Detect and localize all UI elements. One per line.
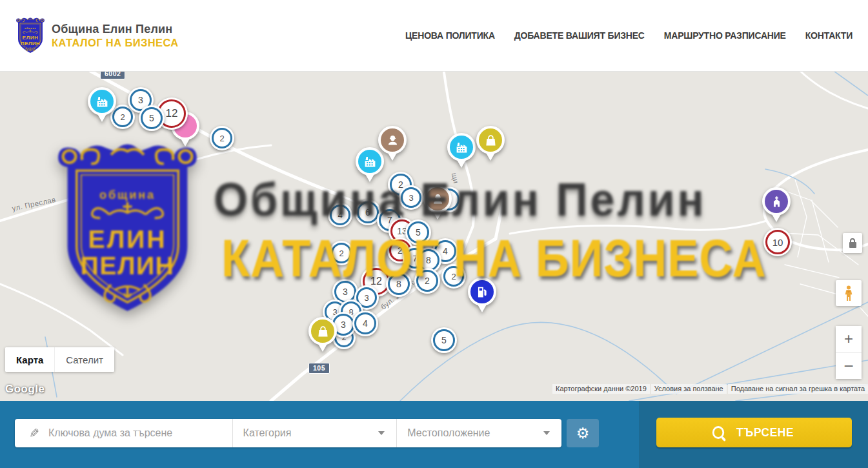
zoom-in-button[interactable]: + [836, 326, 862, 352]
municipality-crest-logo [15, 17, 45, 54]
factory-pin-marker[interactable] [447, 133, 476, 169]
factory-icon [363, 155, 377, 168]
chevron-down-icon [543, 431, 550, 435]
cluster-count: 5 [149, 113, 154, 123]
watermark-subtitle: КАТАЛОГ НА БИЗНЕСА [221, 228, 767, 289]
pin-head [476, 126, 505, 154]
pin-head [762, 187, 791, 216]
pin-head [88, 87, 116, 116]
map-lock-button[interactable] [843, 233, 862, 253]
cluster-count: 3 [341, 320, 346, 330]
pin-head [447, 133, 476, 161]
location-select-label: Местоположение [407, 427, 490, 439]
cluster-marker[interactable]: 10 [763, 228, 792, 256]
search-bar: ✎ Категория Местоположение ⚙ ТЪРСЕНЕ [0, 401, 868, 468]
zoom-out-button[interactable]: − [836, 352, 862, 380]
cluster-count: 12 [166, 107, 178, 120]
attribution-terms-link[interactable]: Условия за ползване [654, 385, 723, 392]
brand-link[interactable]: Община Елин Пелин КАТАЛОГ НА БИЗНЕСА [15, 17, 179, 54]
cluster-count: 5 [441, 335, 447, 345]
advanced-settings-button[interactable]: ⚙ [567, 419, 599, 447]
bag-icon [484, 134, 498, 147]
map-attribution: Картографски данни ©2019 Условия за полз… [552, 384, 868, 394]
search-icon [712, 426, 724, 439]
map-canvas[interactable]: ул. Преславбул. „Новоселци“щи6002105 212… [0, 71, 868, 401]
church-icon [770, 195, 783, 209]
search-button[interactable]: ТЪРСЕНЕ [656, 418, 852, 447]
worker-pin-marker[interactable] [378, 126, 407, 162]
gear-icon: ⚙ [576, 426, 590, 441]
zoom-control: + − [836, 326, 862, 379]
nav-contacts[interactable]: КОНТАКТИ [805, 30, 853, 41]
attribution-report-link[interactable]: Подаване на сигнал за грешка в картата [731, 385, 865, 392]
keyword-search-input[interactable] [47, 427, 198, 440]
google-logo[interactable]: Google [5, 383, 45, 396]
search-form: ✎ Категория Местоположение [15, 419, 561, 447]
pin-head [308, 317, 337, 345]
search-button-label: ТЪРСЕНЕ [736, 425, 794, 440]
cluster-count: 2 [219, 134, 224, 143]
lock-icon [849, 242, 856, 248]
map-type-control: Карта Сателит [5, 347, 114, 372]
main-nav: ЦЕНОВА ПОЛИТИКА ДОБАВЕТЕ ВАШИЯТ БИЗНЕС М… [405, 30, 853, 41]
factory-pin-marker[interactable] [88, 87, 116, 123]
category-select-label: Категория [243, 427, 292, 439]
nav-route-schedule[interactable]: МАРШРУТНО РАЗПИСАНИЕ [664, 30, 786, 41]
pin-head [378, 126, 407, 154]
cluster-count: 3 [138, 95, 143, 105]
cluster-count: 3 [364, 293, 368, 303]
cluster-marker[interactable]: 5 [139, 105, 165, 131]
watermark-title: Община Елин Пелин [214, 173, 707, 226]
site-header: Община Елин Пелин КАТАЛОГ НА БИЗНЕСА ЦЕН… [0, 0, 868, 72]
map-type-map-button[interactable]: Карта [5, 347, 54, 372]
nav-add-business[interactable]: ДОБАВЕТЕ ВАШИЯТ БИЗНЕС [514, 30, 645, 41]
chevron-down-icon [378, 431, 385, 435]
church-pin-marker[interactable] [762, 187, 791, 223]
bag-icon [316, 325, 330, 338]
street-view-pegman-button[interactable] [836, 280, 862, 306]
watermark-crest-logo [55, 141, 200, 316]
factory-icon [96, 95, 109, 108]
cluster-marker[interactable]: 2 [210, 126, 234, 150]
pencil-icon: ✎ [29, 426, 39, 440]
cluster-marker[interactable]: 4 [352, 310, 378, 336]
attribution-copyright: Картографски данни ©2019 [552, 384, 650, 394]
site-subtitle: КАТАЛОГ НА БИЗНЕСА [52, 37, 179, 48]
cluster-count: 2 [120, 112, 125, 122]
cluster-marker[interactable]: 5 [431, 327, 457, 353]
cluster-count: 10 [772, 237, 783, 248]
map-type-satellite-button[interactable]: Сателит [54, 347, 114, 372]
worker-icon [386, 134, 399, 147]
nav-pricing-policy[interactable]: ЦЕНОВА ПОЛИТИКА [405, 30, 495, 41]
site-title: Община Елин Пелин [52, 23, 179, 36]
pegman-icon [841, 285, 856, 301]
cluster-count: 4 [363, 318, 368, 329]
bag-pin-marker[interactable] [308, 317, 337, 353]
bag-pin-marker[interactable] [476, 126, 505, 162]
location-select[interactable]: Местоположение [397, 419, 561, 447]
factory-icon [455, 141, 469, 154]
category-select[interactable]: Категория [233, 419, 397, 447]
